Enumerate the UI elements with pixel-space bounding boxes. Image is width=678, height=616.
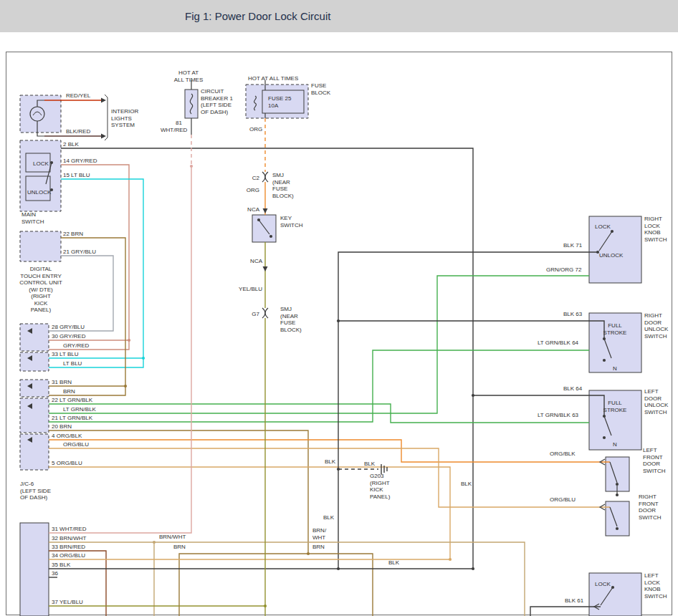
brn-label-2: BRN <box>312 544 325 550</box>
org-blu-label: ORG/BLU <box>550 496 576 503</box>
jc6-box-3 <box>20 380 49 397</box>
blk-63-label: BLK 63 <box>563 311 583 317</box>
junction-dot <box>153 541 156 544</box>
hot-at-all-times-2: HOT AT ALL TIMES <box>248 75 298 82</box>
pin-31-brn: 31 BRN <box>52 379 72 385</box>
nca-label-1: NCA <box>247 206 260 213</box>
pin-2-blk: 2 BLK <box>63 141 79 148</box>
figure-page: Fig 1: Power Door Lock Circuit HOT ATALL… <box>0 0 678 616</box>
main-switch-contact-box-2 <box>26 176 50 201</box>
wiring-diagram: HOT ATALL TIMESCIRCUITBREAKER 1(LEFT SID… <box>0 0 678 616</box>
wht-red-label: WHT/RED <box>161 127 188 133</box>
blk-vertical-label: BLK <box>323 514 335 521</box>
blk-64-label: BLK 64 <box>563 385 583 392</box>
bottom-left-connector-box <box>20 523 49 616</box>
org-label-1: ORG <box>249 126 262 133</box>
pin-4-org-blk: 4 ORG/BLK <box>52 433 82 439</box>
jc6-box-5 <box>20 434 49 470</box>
junction-dot <box>190 165 193 168</box>
c2-label: C2 <box>252 175 260 181</box>
blk-ground-label-2: BLK <box>364 461 376 467</box>
jc6-box-2 <box>20 352 49 371</box>
pin-gry-red: GRY/RED <box>63 342 90 349</box>
grn-org-72-label: GRN/ORG 72 <box>546 266 582 273</box>
pin-34-org-blu: 34 ORG/BLU <box>52 552 85 559</box>
key-switch-box <box>252 215 276 242</box>
n-label-2: N <box>613 441 617 448</box>
junction-dot <box>611 586 614 589</box>
lock-label-3: LOCK <box>595 581 611 587</box>
pin-33-lt-blu: 33 LT BLU <box>52 351 79 357</box>
yel-blu-label: YEL/BLU <box>239 286 262 292</box>
pin-21-gry-blu: 21 GRY/BLU <box>63 249 96 255</box>
junction-dot <box>269 235 272 238</box>
pin-14-gry-red: 14 GRY/RED <box>63 158 97 164</box>
n-label-1: N <box>613 365 617 372</box>
pin-81-label: 81 <box>176 120 182 126</box>
lt-grn-blk-63-label: LT GRN/BLK 63 <box>538 412 579 418</box>
junction-dot <box>472 394 474 397</box>
pin-35-blk: 35 BLK <box>52 562 71 568</box>
org-label-2: ORG <box>247 187 259 193</box>
jc6-box-4 <box>20 398 49 433</box>
pin-37-yel-blu: 37 YEL/BLU <box>52 599 83 605</box>
blk-bottom-label: BLK <box>388 559 400 566</box>
org-blk-label: ORG/BLK <box>550 451 576 457</box>
pin-22-brn: 22 BRN <box>63 231 83 237</box>
brn-wht-label-2: BRN/WHT <box>312 527 327 541</box>
pin-org-blu: ORG/BLU <box>63 441 89 448</box>
lock-label-2: LOCK <box>595 223 611 230</box>
diagram-layer: HOT ATALL TIMESCIRCUITBREAKER 1(LEFT SID… <box>6 52 672 616</box>
unlock-label-2: UNLOCK <box>599 252 624 259</box>
blk-red-label: BLK/RED <box>66 128 90 135</box>
blk-71-label: BLK 71 <box>563 242 583 249</box>
pin-32-brn-wht: 32 BRN/WHT <box>52 535 87 542</box>
nca-label-2: NCA <box>250 258 263 264</box>
junction-dot <box>616 494 619 496</box>
pin-15-lt-blu: 15 LT BLU <box>63 172 90 178</box>
junction-dot <box>603 359 606 362</box>
brn-label-1: BRN <box>173 544 186 550</box>
pin-20-brn: 20 BRN <box>52 423 72 430</box>
red-yel-label: RED/YEL <box>66 92 91 99</box>
pin-5-org-blu: 5 ORG/BLU <box>52 460 82 466</box>
pin-28-gry-blu: 28 GRY/BLU <box>52 324 85 330</box>
junction-dot <box>257 218 260 221</box>
left-lock-knob-switch-box <box>589 573 641 616</box>
g7-label: G7 <box>252 311 259 317</box>
junction-dot <box>603 436 606 439</box>
junction-dot <box>128 339 130 342</box>
junction-dot <box>337 567 340 570</box>
pin-33-brn-red: 33 BRN/RED <box>52 544 85 550</box>
junction-dot <box>264 605 267 607</box>
pin-31-wht-red: 31 WHT/RED <box>52 526 87 532</box>
blk-61-label: BLK 61 <box>565 597 584 604</box>
unlock-label-1: UNLOCK <box>27 189 52 196</box>
junction-dot <box>611 230 613 233</box>
diagram-border <box>6 52 672 615</box>
junction-dot <box>337 468 340 471</box>
pin-lt-grn-blk: LT GRN/BLK <box>63 406 97 413</box>
junction-dot <box>596 251 599 254</box>
blk-trunk-label: BLK <box>461 481 472 487</box>
junction-dot <box>603 337 606 340</box>
junction-dot <box>337 319 340 322</box>
pin-22-lt-grn-blk: 22 LT GRN/BLK <box>52 397 93 403</box>
junction-dot <box>449 558 452 561</box>
dte-box <box>20 231 61 261</box>
junction-dot <box>307 552 310 555</box>
junction-dot <box>124 385 127 388</box>
pin-21-lt-grn-blk: 21 LT GRN/BLK <box>52 415 93 421</box>
junction-dot <box>142 357 145 360</box>
pin-brn: BRN <box>63 388 75 395</box>
junction-dot <box>616 527 619 530</box>
junction-dot <box>50 161 53 164</box>
right-front-door-switch-box <box>606 501 629 536</box>
pin-36: 36 <box>52 570 58 577</box>
junction-dot <box>50 188 53 191</box>
junction-dot <box>603 415 606 418</box>
pin-30-gry-red: 30 GRY/RED <box>52 333 86 340</box>
lock-label-1: LOCK <box>33 160 49 167</box>
blk-ground-label-1: BLK <box>325 458 336 465</box>
brn-wht-label-1: BRN/WHT <box>159 534 186 540</box>
